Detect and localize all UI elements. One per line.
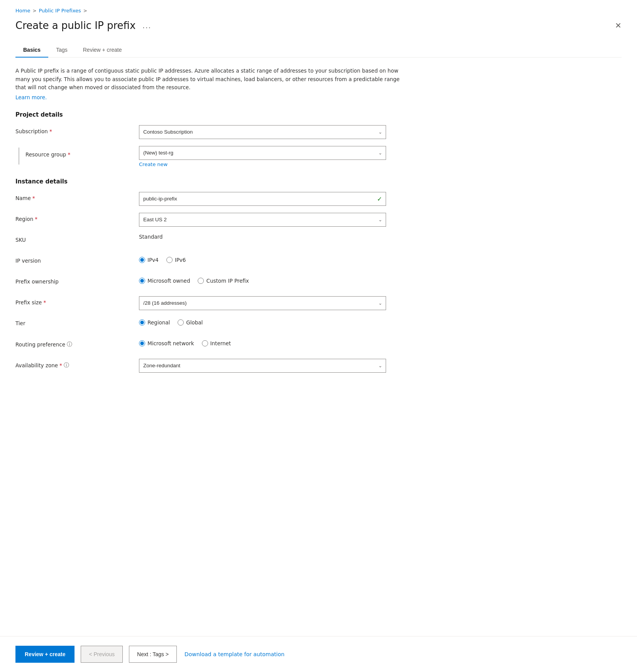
region-select-wrapper: East US 2 ⌄	[139, 213, 386, 227]
next-button[interactable]: Next : Tags >	[129, 646, 177, 663]
sku-label: SKU	[15, 234, 139, 243]
prefix-ownership-custom-option[interactable]: Custom IP Prefix	[198, 278, 249, 284]
previous-button[interactable]: < Previous	[81, 646, 123, 663]
routing-preference-microsoft-radio[interactable]	[139, 340, 145, 346]
subscription-control: Contoso Subscription ⌄	[139, 125, 386, 139]
name-input-wrapper: ✓	[139, 192, 386, 206]
section-project: Project details	[15, 111, 622, 118]
sku-value: Standard	[139, 234, 386, 240]
sku-static: Standard	[139, 231, 163, 240]
prefix-size-label: Prefix size *	[15, 296, 139, 305]
resource-group-select[interactable]: (New) test-rg	[139, 146, 386, 160]
routing-preference-internet-option[interactable]: Internet	[202, 340, 231, 346]
page-header-left: Create a public IP prefix ...	[15, 20, 154, 31]
resource-group-label: Resource group	[25, 151, 66, 158]
routing-preference-info-icon[interactable]: ⓘ	[67, 341, 72, 348]
page-container: Home > Public IP Prefixes > Create a pub…	[0, 0, 637, 672]
ip-version-ipv6-label: IPv6	[175, 257, 186, 263]
name-input[interactable]	[139, 192, 386, 206]
tier-control: Regional Global	[139, 317, 386, 326]
tabs-container: Basics Tags Review + create	[15, 43, 622, 58]
tier-global-radio[interactable]	[178, 319, 184, 326]
breadcrumb-prefixes[interactable]: Public IP Prefixes	[39, 8, 81, 14]
sku-row: SKU Standard	[15, 234, 622, 248]
availability-zone-select-wrapper: Zone-redundant ⌄	[139, 359, 386, 373]
availability-zone-required: *	[59, 362, 62, 368]
subscription-label: Subscription *	[15, 125, 139, 134]
tab-tags[interactable]: Tags	[48, 43, 75, 58]
ip-version-row: IP version IPv4 IPv6	[15, 255, 622, 268]
prefix-ownership-label: Prefix ownership	[15, 275, 139, 285]
breadcrumb-home[interactable]: Home	[15, 8, 30, 14]
routing-preference-label: Routing preference ⓘ	[15, 338, 139, 348]
ip-version-ipv4-option[interactable]: IPv4	[139, 257, 159, 263]
prefix-ownership-microsoft-option[interactable]: Microsoft owned	[139, 278, 190, 284]
routing-preference-microsoft-label: Microsoft network	[147, 340, 194, 346]
routing-preference-internet-radio[interactable]	[202, 340, 208, 346]
tier-regional-radio[interactable]	[139, 319, 145, 326]
subscription-row: Subscription * Contoso Subscription ⌄	[15, 125, 622, 139]
ip-version-control: IPv4 IPv6	[139, 255, 386, 263]
close-button[interactable]: ✕	[615, 22, 622, 29]
prefix-size-control: /28 (16 addresses) ⌄	[139, 296, 386, 310]
prefix-ownership-row: Prefix ownership Microsoft owned Custom …	[15, 275, 622, 289]
availability-zone-row: Availability zone * ⓘ Zone-redundant ⌄	[15, 359, 622, 373]
footer: Review + create < Previous Next : Tags >…	[0, 636, 637, 672]
ip-version-ipv4-radio[interactable]	[139, 257, 145, 263]
subscription-select[interactable]: Contoso Subscription	[139, 125, 386, 139]
prefix-ownership-radio-group: Microsoft owned Custom IP Prefix	[139, 275, 386, 284]
tier-radio-group: Regional Global	[139, 317, 386, 326]
tab-review-create[interactable]: Review + create	[75, 43, 130, 58]
page-title: Create a public IP prefix	[15, 20, 136, 31]
breadcrumb-sep2: >	[83, 8, 87, 14]
prefix-size-select[interactable]: /28 (16 addresses)	[139, 296, 386, 310]
prefix-size-required: *	[43, 299, 46, 305]
tier-row: Tier Regional Global	[15, 317, 622, 331]
availability-zone-control: Zone-redundant ⌄	[139, 359, 386, 373]
region-control: East US 2 ⌄	[139, 213, 386, 227]
name-label: Name *	[15, 192, 139, 201]
main-content: Home > Public IP Prefixes > Create a pub…	[0, 0, 637, 636]
page-header: Create a public IP prefix ... ✕	[15, 20, 622, 31]
region-label: Region *	[15, 213, 139, 222]
resource-group-control: (New) test-rg ⌄ Create new	[139, 146, 386, 167]
prefix-ownership-custom-radio[interactable]	[198, 278, 204, 284]
resource-group-required: *	[68, 151, 70, 158]
prefix-ownership-microsoft-label: Microsoft owned	[147, 278, 190, 284]
learn-more-link[interactable]: Learn more.	[15, 94, 47, 100]
review-create-button[interactable]: Review + create	[15, 646, 75, 663]
routing-preference-radio-group: Microsoft network Internet	[139, 338, 386, 346]
create-new-link[interactable]: Create new	[139, 161, 386, 167]
routing-preference-internet-label: Internet	[210, 340, 231, 346]
ip-version-ipv6-option[interactable]: IPv6	[166, 257, 186, 263]
ip-version-label: IP version	[15, 255, 139, 264]
subscription-required: *	[49, 128, 52, 134]
breadcrumb-sep1: >	[32, 8, 36, 14]
prefix-size-select-wrapper: /28 (16 addresses) ⌄	[139, 296, 386, 310]
region-required: *	[35, 216, 37, 222]
tier-regional-option[interactable]: Regional	[139, 319, 170, 326]
tier-global-option[interactable]: Global	[178, 319, 203, 326]
region-select[interactable]: East US 2	[139, 213, 386, 227]
prefix-ownership-microsoft-radio[interactable]	[139, 278, 145, 284]
tier-global-label: Global	[186, 319, 203, 326]
name-check-icon: ✓	[377, 195, 382, 202]
section-instance: Instance details	[15, 178, 622, 185]
tab-basics[interactable]: Basics	[15, 43, 48, 58]
availability-zone-info-icon[interactable]: ⓘ	[64, 362, 69, 369]
availability-zone-select[interactable]: Zone-redundant	[139, 359, 386, 373]
resource-group-select-wrapper: (New) test-rg ⌄	[139, 146, 386, 160]
tier-regional-label: Regional	[147, 319, 170, 326]
ip-version-ipv6-radio[interactable]	[166, 257, 173, 263]
routing-preference-microsoft-option[interactable]: Microsoft network	[139, 340, 194, 346]
download-template-link[interactable]: Download a template for automation	[183, 647, 286, 661]
region-row: Region * East US 2 ⌄	[15, 213, 622, 227]
name-row: Name * ✓	[15, 192, 622, 206]
prefix-ownership-custom-label: Custom IP Prefix	[206, 278, 249, 284]
routing-preference-control: Microsoft network Internet	[139, 338, 386, 346]
subscription-select-wrapper: Contoso Subscription ⌄	[139, 125, 386, 139]
ellipsis-button[interactable]: ...	[140, 20, 154, 31]
routing-preference-row: Routing preference ⓘ Microsoft network I…	[15, 338, 622, 352]
tier-label: Tier	[15, 317, 139, 326]
prefix-ownership-control: Microsoft owned Custom IP Prefix	[139, 275, 386, 284]
